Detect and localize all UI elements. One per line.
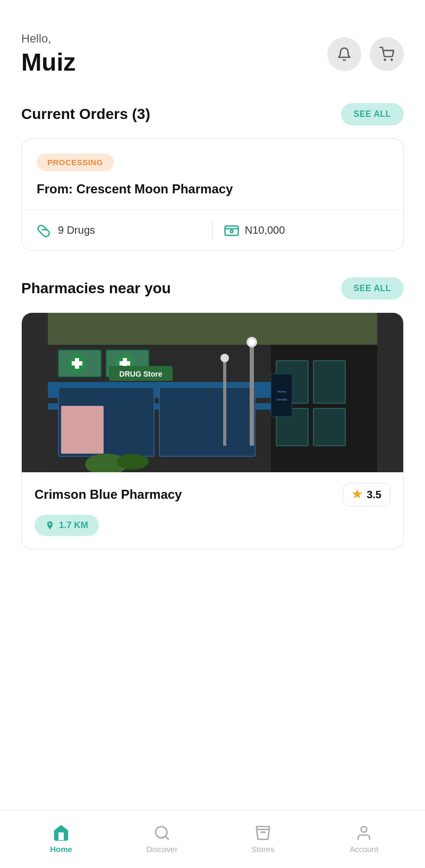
stores-nav-icon — [254, 824, 271, 841]
svg-point-1 — [391, 59, 392, 60]
order-from: From: Crescent Moon Pharmacy — [37, 182, 388, 197]
money-icon — [224, 222, 240, 238]
home-nav-label: Home — [50, 845, 72, 854]
svg-rect-26 — [313, 409, 345, 446]
greeting-name: Muiz — [21, 48, 75, 76]
discover-nav-icon — [154, 824, 171, 841]
greeting-block: Hello, Muiz — [21, 32, 75, 76]
svg-point-33 — [117, 454, 149, 470]
bottom-nav: Home Discover Stores Account — [0, 810, 425, 868]
page-header: Hello, Muiz — [21, 32, 404, 76]
pharmacy-rating: 3.5 — [367, 489, 381, 501]
svg-rect-27 — [250, 339, 254, 446]
price-detail: N10,000 — [224, 222, 388, 238]
svg-rect-24 — [313, 361, 345, 403]
order-price: N10,000 — [245, 224, 285, 236]
greeting-hello: Hello, — [21, 32, 75, 46]
svg-rect-16 — [120, 361, 130, 365]
svg-point-4 — [230, 230, 233, 233]
current-orders-header: Current Orders (3) SEE ALL — [21, 103, 404, 125]
svg-point-39 — [361, 827, 367, 832]
order-detail-divider — [212, 220, 213, 240]
svg-rect-21 — [61, 406, 104, 454]
nav-account[interactable]: Account — [313, 824, 414, 854]
order-card[interactable]: PROCESSING From: Crescent Moon Pharmacy … — [21, 138, 404, 251]
svg-point-29 — [249, 339, 255, 345]
discover-nav-label: Discover — [147, 845, 177, 854]
svg-line-38 — [165, 836, 168, 839]
pharmacy-distance: 1.7 KM — [59, 520, 88, 531]
pharmacies-title: Pharmacies near you — [21, 280, 171, 297]
cart-button[interactable] — [370, 37, 404, 71]
svg-rect-20 — [159, 387, 255, 456]
account-nav-label: Account — [350, 845, 378, 854]
svg-rect-13 — [72, 361, 82, 365]
processing-badge: PROCESSING — [37, 154, 114, 171]
svg-text:Cannabis: Cannabis — [276, 398, 287, 401]
nav-stores[interactable]: Stores — [212, 824, 313, 854]
cart-icon — [379, 47, 394, 62]
drugs-detail: 9 Drugs — [37, 222, 201, 238]
order-details: 9 Drugs N10,000 — [37, 210, 388, 250]
nav-home[interactable]: Home — [11, 824, 112, 854]
rating-badge: ★ 3.5 — [343, 483, 390, 506]
svg-rect-30 — [223, 355, 226, 446]
svg-point-31 — [220, 354, 229, 362]
home-nav-icon — [53, 824, 70, 841]
current-orders-see-all[interactable]: SEE ALL — [341, 103, 404, 125]
pharmacies-header: Pharmacies near you SEE ALL — [21, 277, 404, 300]
pharmacies-see-all[interactable]: SEE ALL — [341, 277, 404, 300]
notification-button[interactable] — [327, 37, 361, 71]
pharmacy-name: Crimson Blue Pharmacy — [35, 487, 182, 502]
pharmacy-info: Crimson Blue Pharmacy ★ 3.5 1.7 KM — [22, 472, 403, 549]
bell-icon — [337, 47, 352, 62]
current-orders-title: Current Orders (3) — [21, 106, 150, 123]
star-icon: ★ — [352, 488, 362, 501]
svg-rect-34 — [271, 374, 292, 416]
svg-text:Yecha: Yecha — [277, 390, 286, 393]
pill-icon — [37, 222, 53, 238]
location-icon — [45, 521, 55, 530]
drugs-count: 9 Drugs — [58, 224, 95, 236]
pharmacy-card[interactable]: DRUG Store — [21, 312, 404, 549]
stores-nav-label: Stores — [251, 845, 274, 854]
pharmacy-image: DRUG Store — [22, 313, 403, 472]
svg-point-0 — [384, 59, 385, 60]
store-facade-image: DRUG Store — [22, 313, 403, 472]
svg-text:DRUG Store: DRUG Store — [120, 370, 163, 378]
account-nav-icon — [355, 824, 372, 841]
header-icons — [327, 37, 404, 71]
nav-discover[interactable]: Discover — [112, 824, 212, 854]
distance-badge: 1.7 KM — [35, 515, 99, 536]
pharmacy-name-row: Crimson Blue Pharmacy ★ 3.5 — [35, 483, 390, 506]
